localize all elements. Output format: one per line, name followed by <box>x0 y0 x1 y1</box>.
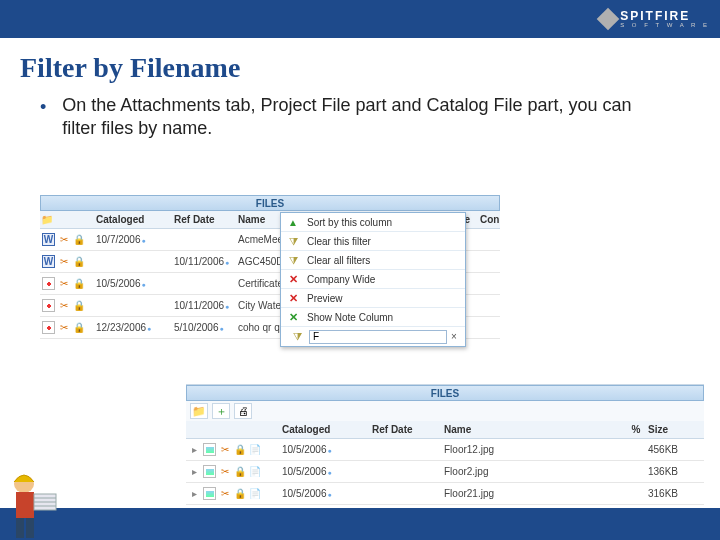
cell-size: 316KB <box>644 488 704 499</box>
pdf-doc-icon[interactable] <box>42 321 55 334</box>
cell-cataloged: 10/5/2006● <box>278 488 368 499</box>
sort-icon: ▲ <box>281 217 305 228</box>
info-dot-icon[interactable]: ● <box>328 491 332 498</box>
cell-name: Floor12.jpg <box>440 444 628 455</box>
grid-header-row: Cataloged Ref Date Name % Size <box>186 421 704 439</box>
info-dot-icon[interactable]: ● <box>328 469 332 476</box>
files-panel-title: FILES <box>186 385 704 401</box>
file-row[interactable]: ▸✂🔒📄10/5/2006●Floor21.jpg316KB <box>186 483 704 505</box>
scissors-icon[interactable]: ✂ <box>57 255 70 268</box>
brand-subtitle: S O F T W A R E <box>620 22 710 28</box>
construction-worker-illustration <box>4 468 58 540</box>
svg-rect-1 <box>16 492 34 518</box>
folder-icon[interactable]: 📁 <box>190 403 208 419</box>
col-ref-date[interactable]: Ref Date <box>368 424 440 435</box>
cell-name: Floor2.jpg <box>440 466 628 477</box>
page-title: Filter by Filename <box>20 52 720 84</box>
files-grid-1: FILES 📁 Cataloged Ref Date Name Size Con… <box>40 195 500 339</box>
column-context-menu: ▲ Sort by this column ⧩ Clear this filte… <box>280 212 466 347</box>
info-dot-icon[interactable]: ● <box>328 447 332 454</box>
scissors-icon[interactable]: ✂ <box>57 321 70 334</box>
note-icon[interactable]: 📄 <box>248 443 261 456</box>
scissors-icon[interactable]: ✂ <box>218 443 231 456</box>
scissors-icon[interactable]: ✂ <box>218 487 231 500</box>
cell-ref-date: 10/11/2006● <box>170 300 234 311</box>
x-icon: ✕ <box>281 273 305 286</box>
col-percent[interactable]: % <box>628 424 644 435</box>
pdf-doc-icon[interactable] <box>42 299 55 312</box>
cell-size: 136KB <box>644 466 704 477</box>
grid-toolbar: 📁 ＋ 🖨 <box>186 401 704 421</box>
lock-icon[interactable]: 🔒 <box>72 233 85 246</box>
note-icon[interactable]: 📄 <box>248 465 261 478</box>
menu-filter-input-row: ⧩ × <box>281 327 465 346</box>
folder-icon[interactable]: 📁 <box>40 213 53 226</box>
cell-ref-date: 5/10/2006● <box>170 322 234 333</box>
file-row[interactable]: ▸✂🔒📄10/5/2006●Floor12.jpg456KB <box>186 439 704 461</box>
col-cataloged[interactable]: Cataloged <box>92 214 170 225</box>
scissors-icon[interactable]: ✂ <box>57 277 70 290</box>
expand-icon[interactable]: ▸ <box>188 487 201 500</box>
filter-text-input[interactable] <box>309 330 447 344</box>
clear-filter-button[interactable]: × <box>447 331 461 342</box>
cell-cataloged: 12/23/2006● <box>92 322 170 333</box>
funnel-all-icon: ⧩ <box>281 254 305 267</box>
lock-icon[interactable]: 🔒 <box>233 465 246 478</box>
menu-clear-all-filters[interactable]: ⧩ Clear all filters <box>281 251 465 270</box>
lock-icon[interactable]: 🔒 <box>233 487 246 500</box>
menu-clear-this-filter[interactable]: ⧩ Clear this filter <box>281 232 465 251</box>
word-doc-icon[interactable]: W <box>42 233 55 246</box>
menu-show-note-column[interactable]: ✕ Show Note Column <box>281 308 465 327</box>
lock-icon[interactable]: 🔒 <box>72 277 85 290</box>
add-icon[interactable]: ＋ <box>212 403 230 419</box>
scan-icon[interactable]: 🖨 <box>234 403 252 419</box>
info-dot-icon[interactable]: ● <box>147 325 151 332</box>
menu-preview[interactable]: ✕ Preview <box>281 289 465 308</box>
lock-icon[interactable]: 🔒 <box>72 321 85 334</box>
lock-icon[interactable]: 🔒 <box>233 443 246 456</box>
info-dot-icon[interactable]: ● <box>142 281 146 288</box>
scissors-icon[interactable]: ✂ <box>57 233 70 246</box>
col-cataloged[interactable]: Cataloged <box>278 424 368 435</box>
info-dot-icon[interactable]: ● <box>142 237 146 244</box>
info-dot-icon[interactable]: ● <box>220 325 224 332</box>
cell-cataloged: 10/5/2006● <box>278 466 368 477</box>
scissors-icon[interactable]: ✂ <box>57 299 70 312</box>
svg-rect-3 <box>26 518 34 538</box>
description-bullet: • On the Attachments tab, Project File p… <box>40 94 670 141</box>
pdf-doc-icon[interactable] <box>42 277 55 290</box>
brand-logo-mark <box>597 8 620 31</box>
cell-name: Floor21.jpg <box>440 488 628 499</box>
note-icon[interactable]: 📄 <box>248 487 261 500</box>
col-ref-date[interactable]: Ref Date <box>170 214 234 225</box>
word-doc-icon[interactable]: W <box>42 255 55 268</box>
cell-cataloged: 10/5/2006● <box>278 444 368 455</box>
col-size[interactable]: Size <box>644 424 704 435</box>
lock-icon[interactable]: 🔒 <box>72 255 85 268</box>
expand-icon[interactable]: ▸ <box>188 443 201 456</box>
image-file-icon[interactable] <box>203 487 216 500</box>
col-name[interactable]: Name <box>440 424 628 435</box>
cell-cataloged: 10/7/2006● <box>92 234 170 245</box>
funnel-icon: ⧩ <box>285 330 309 343</box>
menu-label: Sort by this column <box>305 217 465 228</box>
brand-name: SPITFIRE <box>620 10 710 22</box>
file-row[interactable]: ▸✂🔒📄10/5/2006●Floor2.jpg136KB <box>186 461 704 483</box>
lock-icon[interactable]: 🔒 <box>72 299 85 312</box>
menu-company-wide[interactable]: ✕ Company Wide <box>281 270 465 289</box>
col-actions: 📁 <box>40 213 92 226</box>
scissors-icon[interactable]: ✂ <box>218 465 231 478</box>
menu-sort-by-column[interactable]: ▲ Sort by this column <box>281 213 465 232</box>
bullet-text: On the Attachments tab, Project File par… <box>62 94 670 141</box>
col-con[interactable]: Con <box>476 214 500 225</box>
menu-label: Clear all filters <box>305 255 465 266</box>
info-dot-icon[interactable]: ● <box>225 259 229 266</box>
info-dot-icon[interactable]: ● <box>225 303 229 310</box>
expand-icon[interactable]: ▸ <box>188 465 201 478</box>
files-panel-title: FILES <box>40 195 500 211</box>
image-file-icon[interactable] <box>203 443 216 456</box>
menu-label: Clear this filter <box>305 236 465 247</box>
files-grid-2: FILES 📁 ＋ 🖨 Cataloged Ref Date Name % Si… <box>186 384 704 527</box>
image-file-icon[interactable] <box>203 465 216 478</box>
bullet-dot-icon: • <box>40 96 46 141</box>
